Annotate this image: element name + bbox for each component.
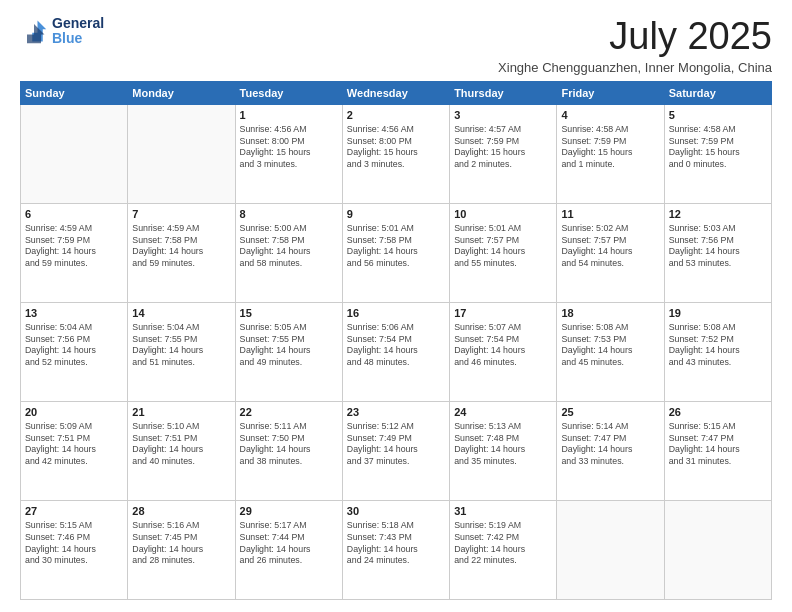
calendar-cell: 6Sunrise: 4:59 AM Sunset: 7:59 PM Daylig… (21, 203, 128, 302)
day-number: 20 (25, 405, 123, 420)
day-info: Sunrise: 5:00 AM Sunset: 7:58 PM Dayligh… (240, 223, 338, 271)
day-number: 26 (669, 405, 767, 420)
day-info: Sunrise: 5:04 AM Sunset: 7:55 PM Dayligh… (132, 322, 230, 370)
calendar-cell: 11Sunrise: 5:02 AM Sunset: 7:57 PM Dayli… (557, 203, 664, 302)
day-info: Sunrise: 5:18 AM Sunset: 7:43 PM Dayligh… (347, 520, 445, 568)
weekday-sunday: Sunday (21, 81, 128, 104)
day-number: 13 (25, 306, 123, 321)
day-info: Sunrise: 4:56 AM Sunset: 8:00 PM Dayligh… (240, 124, 338, 172)
weekday-wednesday: Wednesday (342, 81, 449, 104)
day-info: Sunrise: 5:09 AM Sunset: 7:51 PM Dayligh… (25, 421, 123, 469)
calendar-cell: 31Sunrise: 5:19 AM Sunset: 7:42 PM Dayli… (450, 500, 557, 599)
calendar-cell: 17Sunrise: 5:07 AM Sunset: 7:54 PM Dayli… (450, 302, 557, 401)
day-info: Sunrise: 5:10 AM Sunset: 7:51 PM Dayligh… (132, 421, 230, 469)
day-info: Sunrise: 5:15 AM Sunset: 7:46 PM Dayligh… (25, 520, 123, 568)
day-number: 23 (347, 405, 445, 420)
day-number: 4 (561, 108, 659, 123)
day-info: Sunrise: 5:02 AM Sunset: 7:57 PM Dayligh… (561, 223, 659, 271)
week-row-4: 20Sunrise: 5:09 AM Sunset: 7:51 PM Dayli… (21, 401, 772, 500)
day-number: 7 (132, 207, 230, 222)
calendar-cell: 9Sunrise: 5:01 AM Sunset: 7:58 PM Daylig… (342, 203, 449, 302)
day-number: 31 (454, 504, 552, 519)
calendar-body: 1Sunrise: 4:56 AM Sunset: 8:00 PM Daylig… (21, 104, 772, 599)
calendar-cell: 28Sunrise: 5:16 AM Sunset: 7:45 PM Dayli… (128, 500, 235, 599)
day-number: 6 (25, 207, 123, 222)
calendar-cell: 15Sunrise: 5:05 AM Sunset: 7:55 PM Dayli… (235, 302, 342, 401)
calendar-cell: 20Sunrise: 5:09 AM Sunset: 7:51 PM Dayli… (21, 401, 128, 500)
calendar-cell: 19Sunrise: 5:08 AM Sunset: 7:52 PM Dayli… (664, 302, 771, 401)
day-info: Sunrise: 5:01 AM Sunset: 7:57 PM Dayligh… (454, 223, 552, 271)
day-number: 1 (240, 108, 338, 123)
day-info: Sunrise: 5:08 AM Sunset: 7:52 PM Dayligh… (669, 322, 767, 370)
day-number: 28 (132, 504, 230, 519)
day-number: 12 (669, 207, 767, 222)
day-info: Sunrise: 5:17 AM Sunset: 7:44 PM Dayligh… (240, 520, 338, 568)
day-info: Sunrise: 5:04 AM Sunset: 7:56 PM Dayligh… (25, 322, 123, 370)
header: General Blue July 2025 Xinghe Chengguanz… (20, 16, 772, 75)
calendar-cell: 21Sunrise: 5:10 AM Sunset: 7:51 PM Dayli… (128, 401, 235, 500)
calendar-cell: 23Sunrise: 5:12 AM Sunset: 7:49 PM Dayli… (342, 401, 449, 500)
calendar-cell (128, 104, 235, 203)
day-number: 24 (454, 405, 552, 420)
week-row-3: 13Sunrise: 5:04 AM Sunset: 7:56 PM Dayli… (21, 302, 772, 401)
day-number: 18 (561, 306, 659, 321)
calendar-cell (664, 500, 771, 599)
day-info: Sunrise: 5:14 AM Sunset: 7:47 PM Dayligh… (561, 421, 659, 469)
logo-text: General Blue (52, 16, 104, 47)
day-number: 22 (240, 405, 338, 420)
day-info: Sunrise: 5:05 AM Sunset: 7:55 PM Dayligh… (240, 322, 338, 370)
day-number: 27 (25, 504, 123, 519)
calendar-cell (557, 500, 664, 599)
calendar-cell: 2Sunrise: 4:56 AM Sunset: 8:00 PM Daylig… (342, 104, 449, 203)
day-number: 5 (669, 108, 767, 123)
day-info: Sunrise: 5:07 AM Sunset: 7:54 PM Dayligh… (454, 322, 552, 370)
calendar-cell: 10Sunrise: 5:01 AM Sunset: 7:57 PM Dayli… (450, 203, 557, 302)
day-number: 10 (454, 207, 552, 222)
day-info: Sunrise: 4:58 AM Sunset: 7:59 PM Dayligh… (561, 124, 659, 172)
week-row-5: 27Sunrise: 5:15 AM Sunset: 7:46 PM Dayli… (21, 500, 772, 599)
week-row-2: 6Sunrise: 4:59 AM Sunset: 7:59 PM Daylig… (21, 203, 772, 302)
main-title: July 2025 (498, 16, 772, 58)
day-info: Sunrise: 5:16 AM Sunset: 7:45 PM Dayligh… (132, 520, 230, 568)
calendar-cell: 5Sunrise: 4:58 AM Sunset: 7:59 PM Daylig… (664, 104, 771, 203)
day-number: 19 (669, 306, 767, 321)
calendar-cell: 1Sunrise: 4:56 AM Sunset: 8:00 PM Daylig… (235, 104, 342, 203)
calendar-cell: 30Sunrise: 5:18 AM Sunset: 7:43 PM Dayli… (342, 500, 449, 599)
calendar-cell: 7Sunrise: 4:59 AM Sunset: 7:58 PM Daylig… (128, 203, 235, 302)
day-number: 17 (454, 306, 552, 321)
logo-icon (20, 17, 48, 45)
day-info: Sunrise: 5:08 AM Sunset: 7:53 PM Dayligh… (561, 322, 659, 370)
day-info: Sunrise: 4:56 AM Sunset: 8:00 PM Dayligh… (347, 124, 445, 172)
weekday-saturday: Saturday (664, 81, 771, 104)
calendar-cell: 24Sunrise: 5:13 AM Sunset: 7:48 PM Dayli… (450, 401, 557, 500)
calendar-cell: 18Sunrise: 5:08 AM Sunset: 7:53 PM Dayli… (557, 302, 664, 401)
day-info: Sunrise: 5:12 AM Sunset: 7:49 PM Dayligh… (347, 421, 445, 469)
day-info: Sunrise: 4:59 AM Sunset: 7:59 PM Dayligh… (25, 223, 123, 271)
day-number: 2 (347, 108, 445, 123)
day-number: 9 (347, 207, 445, 222)
calendar-cell: 27Sunrise: 5:15 AM Sunset: 7:46 PM Dayli… (21, 500, 128, 599)
day-info: Sunrise: 5:13 AM Sunset: 7:48 PM Dayligh… (454, 421, 552, 469)
calendar-cell: 4Sunrise: 4:58 AM Sunset: 7:59 PM Daylig… (557, 104, 664, 203)
weekday-header-row: SundayMondayTuesdayWednesdayThursdayFrid… (21, 81, 772, 104)
day-number: 25 (561, 405, 659, 420)
title-block: July 2025 Xinghe Chengguanzhen, Inner Mo… (498, 16, 772, 75)
day-number: 3 (454, 108, 552, 123)
calendar-cell: 8Sunrise: 5:00 AM Sunset: 7:58 PM Daylig… (235, 203, 342, 302)
day-info: Sunrise: 5:19 AM Sunset: 7:42 PM Dayligh… (454, 520, 552, 568)
calendar-cell: 16Sunrise: 5:06 AM Sunset: 7:54 PM Dayli… (342, 302, 449, 401)
calendar-cell: 22Sunrise: 5:11 AM Sunset: 7:50 PM Dayli… (235, 401, 342, 500)
day-number: 8 (240, 207, 338, 222)
calendar-cell: 29Sunrise: 5:17 AM Sunset: 7:44 PM Dayli… (235, 500, 342, 599)
calendar-cell: 3Sunrise: 4:57 AM Sunset: 7:59 PM Daylig… (450, 104, 557, 203)
day-number: 29 (240, 504, 338, 519)
day-info: Sunrise: 5:15 AM Sunset: 7:47 PM Dayligh… (669, 421, 767, 469)
calendar-cell: 12Sunrise: 5:03 AM Sunset: 7:56 PM Dayli… (664, 203, 771, 302)
calendar-cell: 26Sunrise: 5:15 AM Sunset: 7:47 PM Dayli… (664, 401, 771, 500)
calendar-header: SundayMondayTuesdayWednesdayThursdayFrid… (21, 81, 772, 104)
day-number: 30 (347, 504, 445, 519)
week-row-1: 1Sunrise: 4:56 AM Sunset: 8:00 PM Daylig… (21, 104, 772, 203)
calendar-cell (21, 104, 128, 203)
day-number: 15 (240, 306, 338, 321)
day-number: 14 (132, 306, 230, 321)
